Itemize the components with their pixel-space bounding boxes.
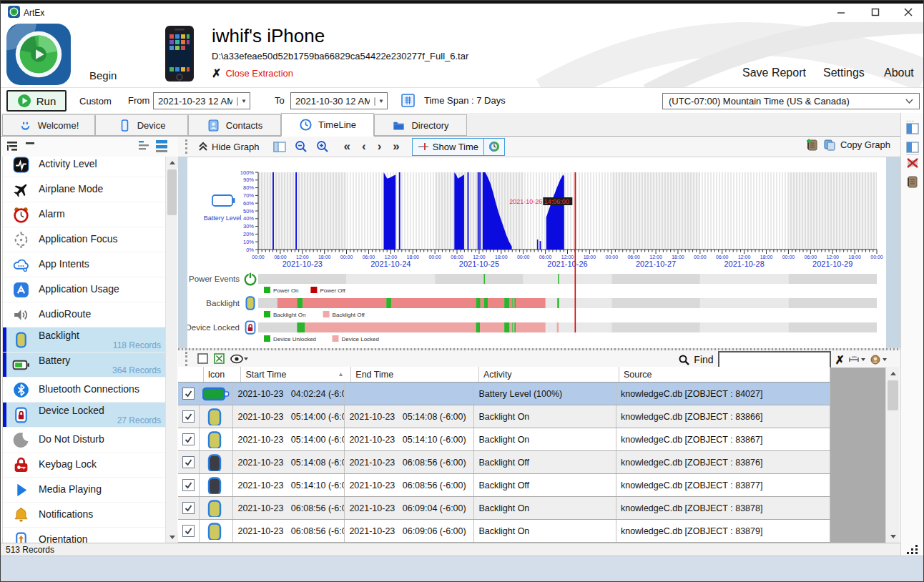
expand-all-icon[interactable]	[155, 139, 171, 157]
group-tree-icon[interactable]	[6, 140, 21, 156]
graph-toolbar-drag-handle[interactable]	[185, 139, 190, 154]
row-check-cell[interactable]	[178, 474, 200, 496]
table-toolbar-drag-handle[interactable]	[185, 352, 190, 366]
uncheck-all-button[interactable]	[197, 353, 208, 364]
sidebar-item-audioroute[interactable]: AudioRoute	[3, 302, 165, 327]
from-date-field[interactable]: ▼	[153, 92, 250, 109]
table-scroll-up[interactable]	[886, 368, 900, 379]
column-header-checkbox[interactable]	[178, 367, 204, 382]
sidebar-item-device-locked[interactable]: Device Locked27 Records	[3, 403, 165, 428]
sidebar-item-application-focus[interactable]: Application Focus	[3, 227, 165, 252]
about-button[interactable]: About	[884, 66, 914, 79]
row-check-cell[interactable]	[178, 451, 200, 473]
rail-report-icon[interactable]	[906, 176, 918, 191]
sidebar-scroll-up[interactable]	[166, 157, 178, 168]
collapse-all-icon[interactable]	[138, 139, 152, 157]
table-row[interactable]: 2021-10-23 04:02:24 (-6:00)Battery Level…	[178, 383, 830, 405]
find-input[interactable]	[718, 351, 831, 368]
table-row[interactable]: 2021-10-23 05:14:08 (-6:00)2021-10-23 06…	[178, 451, 830, 474]
sidebar-scroll-thumb[interactable]	[167, 169, 177, 215]
jump-first-button[interactable]: «	[340, 139, 353, 154]
zoom-out-button[interactable]	[293, 139, 310, 154]
close-extraction-button[interactable]: ✗ Close Extraction	[212, 66, 293, 80]
row-checkbox[interactable]	[182, 479, 195, 491]
table-scrollbar[interactable]	[885, 367, 900, 543]
row-check-cell[interactable]	[178, 497, 200, 519]
filter-person-button[interactable]	[870, 355, 888, 365]
sidebar-item-activity-level[interactable]: Activity Level	[3, 157, 165, 177]
maximize-button[interactable]	[859, 4, 892, 21]
sidebar-item-do-not-disturb[interactable]: Do Not Disturb	[3, 428, 165, 453]
sidebar-item-airplane-mode[interactable]: Airplane Mode	[3, 177, 165, 202]
step-forward-button[interactable]: ›	[374, 139, 385, 154]
sidebar-scroll-down[interactable]	[166, 531, 178, 543]
table-row[interactable]: 2021-10-23 06:08:56 (-6:00)2021-10-23 06…	[178, 520, 830, 543]
sidebar-scrollbar[interactable]	[165, 157, 177, 543]
rail-close-panel-icon[interactable]	[906, 157, 919, 172]
sidebar-item-media-playing[interactable]: Media Playing	[3, 478, 165, 503]
flat-list-icon[interactable]	[25, 140, 36, 156]
sidebar-item-alarm[interactable]: Alarm	[3, 202, 165, 227]
sidebar-item-backlight[interactable]: Backlight118 Records	[3, 327, 165, 352]
table-row[interactable]: 2021-10-23 06:08:56 (-6:00)2021-10-23 06…	[178, 497, 830, 520]
row-check-cell[interactable]	[178, 405, 200, 428]
custom-label[interactable]: Custom	[79, 96, 112, 107]
copy-graph-button[interactable]: Copy Graph	[806, 139, 890, 151]
to-date-field[interactable]: ▼	[290, 92, 388, 109]
tab-device[interactable]: Device	[95, 114, 188, 136]
rail-panel2-icon[interactable]	[906, 142, 919, 156]
table-scroll-down[interactable]	[886, 531, 900, 542]
sidebar-item-app-intents[interactable]: App Intents	[3, 252, 165, 277]
save-report-button[interactable]: Save Report	[742, 66, 806, 79]
run-button[interactable]: Run	[6, 90, 67, 112]
table-row[interactable]: 2021-10-23 05:14:00 (-6:00)2021-10-23 05…	[178, 428, 830, 451]
column-header-activity[interactable]: Activity	[479, 367, 619, 382]
column-header-source[interactable]: Source	[619, 367, 830, 382]
visibility-menu-button[interactable]	[230, 354, 249, 364]
to-dropdown-arrow[interactable]: ▼	[378, 98, 384, 104]
table-row[interactable]: 2021-10-23 05:14:10 (-6:00)2021-10-23 06…	[178, 474, 830, 497]
sidebar-item-application-usage[interactable]: Application Usage	[3, 277, 165, 302]
row-check-cell[interactable]	[178, 520, 200, 542]
calendar-button[interactable]	[401, 94, 415, 110]
rail-panel-icon[interactable]	[906, 123, 919, 137]
from-date-input[interactable]	[157, 95, 234, 107]
sidebar-item-battery[interactable]: Battery364 Records	[3, 352, 165, 378]
step-back-button[interactable]: ‹	[358, 139, 370, 154]
column-header-start-time[interactable]: Start Time▲	[241, 367, 351, 382]
to-date-input[interactable]	[294, 95, 371, 107]
to-calendar-icon[interactable]	[374, 97, 375, 106]
from-dropdown-arrow[interactable]: ▼	[241, 98, 247, 104]
row-check-cell[interactable]	[178, 428, 200, 450]
tab-welcome[interactable]: Welcome!	[2, 114, 95, 136]
tab-contacts[interactable]: Contacts	[188, 114, 281, 136]
begin-button[interactable]: Begin	[89, 69, 117, 82]
split-view-button[interactable]	[271, 140, 288, 154]
timezone-select[interactable]: (UTC-07:00) Mountain Time (US & Canada)	[662, 93, 920, 109]
row-checkbox[interactable]	[182, 433, 195, 445]
column-header-end-time[interactable]: End Time	[351, 367, 479, 382]
zoom-in-button[interactable]	[314, 139, 331, 154]
settings-button[interactable]: Settings	[823, 66, 865, 79]
row-check-cell[interactable]	[178, 383, 200, 405]
jump-last-button[interactable]: »	[389, 139, 403, 154]
table-scroll-thumb[interactable]	[888, 380, 898, 410]
sidebar-item-bluetooth-connections[interactable]: Bluetooth Connections	[3, 378, 165, 403]
clock-mode-button[interactable]	[484, 139, 504, 155]
sidebar-item-orientation[interactable]: Orientation	[3, 528, 165, 543]
table-row[interactable]: 2021-10-23 05:14:00 (-6:00)2021-10-23 05…	[178, 405, 830, 428]
column-header-icon[interactable]: Icon	[204, 367, 242, 382]
show-time-button[interactable]: Show Time	[413, 139, 484, 155]
sidebar-item-keybag-lock[interactable]: Keybag Lock	[3, 453, 165, 478]
tab-directory[interactable]: Directory	[374, 114, 467, 136]
row-checkbox[interactable]	[182, 456, 195, 468]
row-checkbox[interactable]	[182, 502, 195, 514]
minimize-button[interactable]	[825, 4, 857, 21]
clear-find-button[interactable]: ✗	[835, 353, 845, 367]
tab-timeline[interactable]: TimeLine	[281, 113, 374, 137]
close-button[interactable]	[892, 4, 924, 21]
row-checkbox[interactable]	[182, 388, 195, 400]
from-calendar-icon[interactable]	[237, 97, 238, 106]
row-checkbox[interactable]	[182, 410, 195, 423]
sidebar-item-notifications[interactable]: Notifications	[3, 503, 165, 528]
